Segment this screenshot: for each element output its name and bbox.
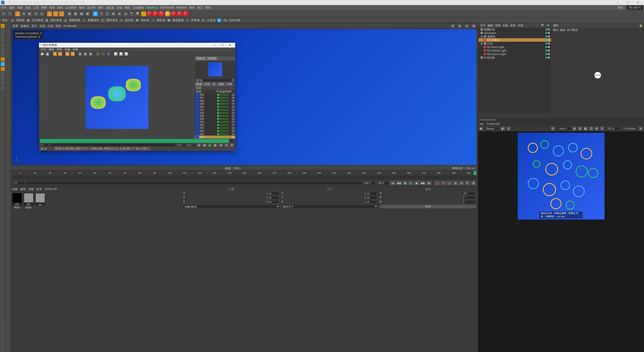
- nurbs-icon[interactable]: ◯: [105, 11, 110, 17]
- undo-icon[interactable]: ↶: [1, 11, 7, 17]
- menu-item[interactable]: 文件: [1, 6, 7, 10]
- vis-dot[interactable]: [545, 53, 547, 55]
- pv-a-icon[interactable]: A: [101, 52, 105, 56]
- timeline-ruler[interactable]: 0102030405060708090100110120130140150160…: [11, 170, 477, 175]
- object-tree[interactable]: 隐藏所选xpSystem⊟摄像机RS 摄像机⊟灯光RS Area LightRS…: [478, 28, 551, 113]
- rv-icon[interactable]: ✎: [600, 126, 605, 131]
- pv-b-icon[interactable]: B: [106, 52, 111, 56]
- size-x-input[interactable]: [363, 192, 377, 195]
- history-row[interactable]: 29400:02:0429: [195, 117, 235, 120]
- view-nav-icon[interactable]: ✥: [450, 24, 455, 28]
- key-opt-icon[interactable]: ◇: [447, 181, 452, 185]
- cube-icon[interactable]: ◆: [93, 11, 98, 17]
- pv-zoom-fit-icon[interactable]: ⊡: [232, 78, 234, 82]
- vis-dot[interactable]: [545, 46, 547, 48]
- tweak-icon[interactable]: [1, 57, 5, 61]
- material-swatch[interactable]: RS Mate: [24, 193, 34, 205]
- vis-dot[interactable]: [545, 35, 547, 37]
- object-row[interactable]: RS 摄像机: [478, 38, 551, 42]
- history-row[interactable]: 29700:02:0429: [195, 126, 235, 129]
- object-row[interactable]: ⊟灯光: [478, 42, 551, 45]
- workplane-icon[interactable]: [1, 67, 5, 71]
- menu-item[interactable]: 体积: [57, 6, 63, 10]
- vis-dot[interactable]: [548, 39, 550, 41]
- goto-end-icon[interactable]: ⏭: [426, 181, 431, 185]
- spline-icon[interactable]: ✎: [99, 11, 104, 17]
- tool-icon[interactable]: [1, 72, 5, 76]
- expand-icon[interactable]: ⊟: [480, 42, 483, 45]
- menu-item[interactable]: 帮助: [205, 6, 211, 10]
- autokey-icon[interactable]: ◉: [441, 181, 446, 185]
- menu-item[interactable]: 运动跟踪: [133, 6, 144, 10]
- pv-compare-icon[interactable]: ◨: [70, 52, 75, 56]
- pv-nav-icon[interactable]: ◀: [53, 52, 57, 56]
- timeline-scrollbar[interactable]: [13, 175, 476, 180]
- point-mode-icon[interactable]: [1, 38, 5, 42]
- key-opt-icon[interactable]: P: [465, 181, 470, 185]
- model-mode-icon[interactable]: [1, 24, 5, 28]
- rv-icon[interactable]: ⊞: [572, 126, 577, 131]
- pv-end-input[interactable]: [176, 144, 185, 147]
- pv-stop-icon[interactable]: ●: [49, 147, 51, 150]
- menu-item[interactable]: 网格: [41, 6, 47, 10]
- menu-item[interactable]: 角色: [79, 6, 85, 10]
- sphere-field-icon[interactable]: ●: [10, 18, 15, 23]
- pv-ab-icon[interactable]: AB: [96, 52, 100, 56]
- menu-item[interactable]: RealFlow: [146, 6, 158, 9]
- history-row[interactable]: 29900:02:0429: [195, 133, 235, 136]
- psr-icon[interactable]: PSR: [141, 11, 146, 17]
- material-swatch[interactable]: RS Mate: [12, 193, 22, 205]
- layout-combo[interactable]: RS (用户): [626, 5, 643, 10]
- current-frame-input[interactable]: [377, 181, 389, 185]
- window-close[interactable]: ✕: [633, 0, 643, 5]
- vis-dot[interactable]: [545, 32, 547, 34]
- history-row[interactable]: 29300:02:0429: [195, 114, 235, 117]
- object-row[interactable]: RS Area Light: [478, 45, 551, 49]
- renderview-canvas[interactable]: 微信公众号：野鹿志 微博：野鹿志 作者：马鹿野郎 （14.14s）: [478, 131, 644, 352]
- vis-dot[interactable]: [548, 57, 550, 59]
- search-icon[interactable]: 🔍: [541, 24, 545, 27]
- history-row[interactable]: 29800:02:0429: [195, 129, 235, 133]
- menu-item[interactable]: 窗口: [197, 6, 203, 10]
- vis-dot[interactable]: [548, 28, 550, 30]
- end-frame-input[interactable]: [363, 181, 376, 185]
- view-nav-icon[interactable]: ⟲: [464, 24, 469, 28]
- pv-filter-icon[interactable]: ▦: [78, 52, 82, 56]
- texture-mode-icon[interactable]: [1, 53, 5, 57]
- menu-item[interactable]: 渲染: [117, 6, 122, 10]
- radial-field-icon[interactable]: ✱: [135, 18, 139, 23]
- rv-icon[interactable]: ⊡: [551, 126, 555, 131]
- rot-p-input[interactable]: [461, 196, 475, 200]
- vis-dot[interactable]: [545, 42, 547, 45]
- pv-cur-input[interactable]: [186, 144, 195, 147]
- rs-icon[interactable]: [159, 11, 165, 17]
- rs-icon[interactable]: [177, 11, 183, 17]
- cylinder-field-icon[interactable]: ▮: [45, 18, 49, 23]
- next-frame-icon[interactable]: ▶: [414, 181, 419, 185]
- pv-close[interactable]: ✕: [226, 43, 234, 47]
- record-icon[interactable]: ●: [435, 181, 440, 185]
- environment-icon[interactable]: ☁: [123, 11, 128, 17]
- axis-z-icon[interactable]: Z: [59, 11, 64, 17]
- render-icon[interactable]: ▶: [479, 126, 484, 131]
- key-opt-icon[interactable]: ⊕: [453, 181, 458, 185]
- menu-item[interactable]: 创建: [17, 6, 23, 10]
- recent-tool-icon[interactable]: ◎: [39, 11, 45, 17]
- python-field-icon[interactable]: Py: [223, 18, 227, 23]
- prev-key-icon[interactable]: ◀◀: [396, 181, 401, 185]
- size-mode-combo[interactable]: 绝对尺寸: [281, 204, 378, 209]
- key-opt-icon[interactable]: ⊞: [471, 181, 476, 185]
- tool-icon[interactable]: [1, 81, 5, 85]
- prev-frame-icon[interactable]: ◀: [402, 181, 407, 185]
- torus-field-icon[interactable]: ◯: [100, 18, 105, 23]
- zoom-combo[interactable]: 100 %: [606, 127, 621, 130]
- history-row[interactable]: 29500:02:0429: [195, 120, 235, 123]
- render-pv-icon[interactable]: ▦: [85, 11, 90, 17]
- edge-mode-icon[interactable]: [1, 43, 5, 47]
- next-key-icon[interactable]: ▶▶: [420, 181, 425, 185]
- vis-dot[interactable]: [548, 35, 550, 37]
- vis-dot[interactable]: [545, 28, 547, 30]
- vis-dot[interactable]: [548, 42, 550, 45]
- menu-item[interactable]: 脚本: [189, 6, 195, 10]
- qr-icon[interactable]: QR: [217, 18, 221, 23]
